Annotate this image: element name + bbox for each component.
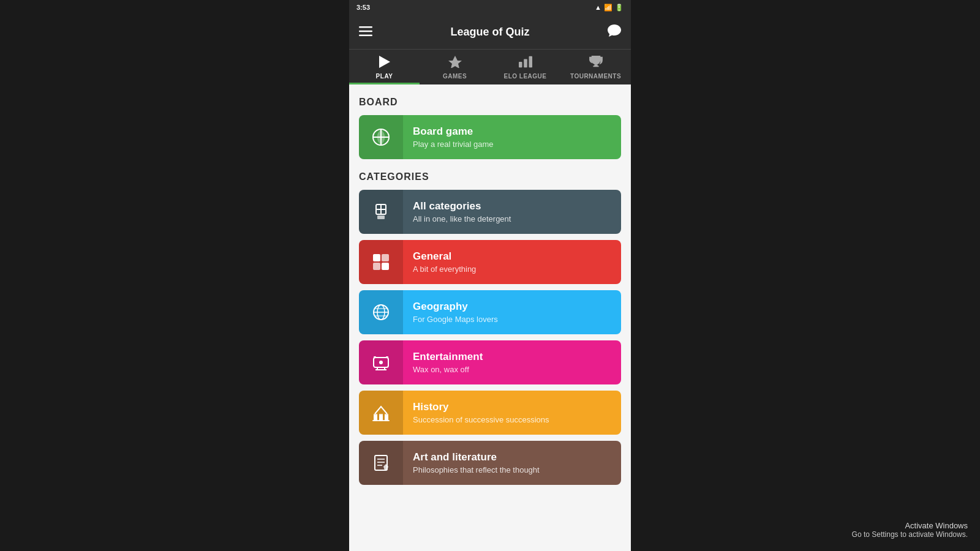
all-categories-icon: [371, 202, 391, 222]
geography-icon: [371, 302, 391, 322]
svg-rect-0: [359, 26, 372, 28]
menu-icon[interactable]: [359, 25, 372, 39]
board-section-title: BOARD: [359, 97, 621, 108]
chat-icon[interactable]: [608, 24, 621, 40]
svg-rect-4: [519, 62, 522, 67]
history-title: History: [413, 401, 611, 413]
art-literature-icon-area: [359, 441, 403, 485]
tab-elo-label: ELO LEAGUE: [503, 73, 546, 80]
geography-title: Geography: [413, 301, 611, 313]
general-subtitle: A bit of everything: [413, 264, 611, 274]
phone-frame: 3:53 ▲ 📶 🔋 League of Quiz: [349, 0, 631, 551]
signal-icon: ▲: [595, 4, 601, 11]
svg-rect-36: [372, 420, 390, 421]
entertainment-icon: [371, 353, 391, 372]
tab-games[interactable]: GAMES: [420, 50, 490, 84]
tab-tournaments-label: TOURNAMENTS: [570, 73, 621, 80]
geography-subtitle: For Google Maps lovers: [413, 315, 611, 324]
tab-games-label: GAMES: [443, 73, 467, 80]
app-header: League of Quiz: [349, 15, 631, 49]
board-game-subtitle: Play a real trivial game: [413, 140, 611, 149]
svg-rect-35: [385, 414, 388, 416]
app-title: League of Quiz: [450, 26, 529, 39]
art-literature-title: Art and literature: [413, 451, 611, 463]
svg-rect-6: [529, 56, 532, 67]
svg-marker-3: [379, 56, 390, 68]
svg-rect-5: [524, 59, 527, 67]
play-icon: [379, 56, 390, 71]
all-categories-subtitle: All in one, like the detergent: [413, 214, 611, 223]
svg-rect-26: [386, 356, 388, 358]
categories-section-title: CATEGORIES: [359, 171, 621, 182]
all-categories-title: All categories: [413, 200, 611, 212]
all-categories-card[interactable]: All categories All in one, like the dete…: [359, 190, 621, 234]
svg-rect-13: [377, 216, 385, 219]
board-game-icon-area: [359, 115, 403, 159]
svg-rect-16: [373, 263, 380, 270]
geography-card[interactable]: Geography For Google Maps lovers: [359, 290, 621, 334]
tab-tournaments[interactable]: TOURNAMENTS: [560, 50, 631, 84]
elo-icon: [519, 56, 532, 71]
windows-notice: Activate Windows Go to Settings to activ…: [852, 521, 968, 539]
general-text: General A bit of everything: [403, 243, 621, 281]
art-literature-card[interactable]: Art and literature Philosophies that ref…: [359, 441, 621, 485]
art-literature-subtitle: Philosophies that reflect the thought: [413, 465, 611, 474]
geography-text: Geography For Google Maps lovers: [403, 293, 621, 331]
art-literature-icon: [371, 453, 391, 473]
entertainment-icon-area: [359, 340, 403, 384]
history-icon-area: [359, 391, 403, 435]
history-text: History Succession of successive success…: [403, 394, 621, 432]
board-game-title: Board game: [413, 126, 611, 138]
board-game-text: Board game Play a real trivial game: [403, 118, 621, 156]
entertainment-subtitle: Wax on, wax off: [413, 365, 611, 374]
all-categories-icon-area: [359, 190, 403, 234]
history-icon: [371, 403, 391, 422]
general-title: General: [413, 250, 611, 263]
general-card[interactable]: General A bit of everything: [359, 240, 621, 284]
general-icon-area: [359, 240, 403, 284]
games-icon: [448, 56, 462, 71]
svg-rect-33: [379, 414, 383, 416]
trophy-icon: [589, 56, 603, 71]
categories-section: CATEGORIES All categories All in one, li…: [359, 171, 621, 485]
all-categories-text: All categories All in one, like the dete…: [403, 193, 621, 231]
tab-elo-league[interactable]: ELO LEAGUE: [490, 50, 560, 84]
entertainment-card[interactable]: Entertainment Wax on, wax off: [359, 340, 621, 384]
windows-notice-title: Activate Windows: [852, 521, 968, 530]
svg-rect-17: [382, 263, 389, 270]
board-game-card[interactable]: Board game Play a real trivial game: [359, 115, 621, 159]
svg-rect-31: [374, 414, 377, 416]
wifi-icon: 📶: [604, 4, 612, 12]
tab-play-label: PLAY: [376, 73, 393, 80]
art-literature-text: Art and literature Philosophies that ref…: [403, 444, 621, 482]
entertainment-title: Entertainment: [413, 351, 611, 363]
entertainment-text: Entertainment Wax on, wax off: [403, 343, 621, 381]
svg-rect-15: [382, 254, 389, 261]
nav-tabs: PLAY GAMES ELO LEAGUE: [349, 49, 631, 84]
svg-rect-14: [373, 254, 380, 261]
board-game-icon: [371, 127, 391, 147]
svg-rect-2: [359, 34, 372, 36]
svg-point-24: [379, 361, 383, 364]
status-time: 3:53: [356, 4, 370, 11]
history-subtitle: Succession of successive successions: [413, 415, 611, 424]
board-section: BOARD Board game Play a real trivial gam…: [359, 97, 621, 159]
general-icon: [371, 252, 391, 272]
tab-play[interactable]: PLAY: [349, 50, 420, 84]
geography-icon-area: [359, 290, 403, 334]
svg-rect-1: [359, 30, 372, 32]
svg-rect-25: [374, 356, 376, 358]
windows-notice-subtitle: Go to Settings to activate Windows.: [852, 530, 968, 539]
content-area: BOARD Board game Play a real trivial gam…: [349, 84, 631, 551]
battery-icon: 🔋: [615, 4, 624, 12]
status-bar: 3:53 ▲ 📶 🔋: [349, 0, 631, 15]
history-card[interactable]: History Succession of successive success…: [359, 391, 621, 435]
status-icons: ▲ 📶 🔋: [595, 4, 624, 12]
